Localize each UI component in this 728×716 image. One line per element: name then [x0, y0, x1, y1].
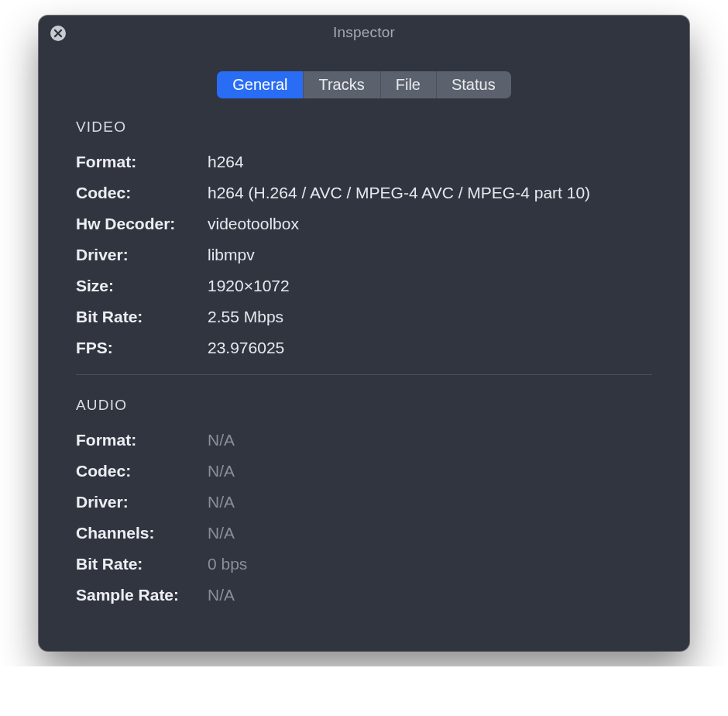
video-format-value: h264: [208, 153, 244, 171]
video-format-label: Format:: [76, 153, 208, 171]
audio-sample-rate-value: N/A: [208, 586, 235, 604]
audio-channels-label: Channels:: [76, 524, 208, 542]
tab-tracks[interactable]: Tracks: [303, 71, 379, 98]
tab-status[interactable]: Status: [436, 71, 511, 98]
video-codec-label: Codec:: [76, 184, 208, 202]
video-codec-row: Codec: h264 (H.264 / AVC / MPEG-4 AVC / …: [76, 184, 652, 202]
window-title: Inspector: [333, 24, 395, 41]
titlebar: Inspector: [39, 15, 689, 50]
segmented-control: General Tracks File Status: [217, 71, 510, 98]
audio-channels-value: N/A: [208, 524, 235, 542]
video-size-label: Size:: [76, 277, 208, 295]
video-fps-row: FPS: 23.976025: [76, 339, 652, 357]
audio-sample-rate-label: Sample Rate:: [76, 586, 208, 604]
close-icon: [50, 25, 67, 42]
audio-sample-rate-row: Sample Rate: N/A: [76, 586, 652, 604]
audio-codec-value: N/A: [208, 462, 235, 480]
section-divider: [76, 374, 652, 375]
audio-format-row: Format: N/A: [76, 431, 652, 449]
video-driver-row: Driver: libmpv: [76, 246, 652, 264]
video-hw-decoder-label: Hw Decoder:: [76, 215, 208, 233]
tab-file[interactable]: File: [380, 71, 436, 98]
audio-codec-label: Codec:: [76, 462, 208, 480]
audio-driver-label: Driver:: [76, 493, 208, 511]
video-codec-value: h264 (H.264 / AVC / MPEG-4 AVC / MPEG-4 …: [208, 184, 590, 202]
video-bit-rate-value: 2.55 Mbps: [208, 308, 283, 326]
tab-general[interactable]: General: [217, 71, 303, 98]
video-bit-rate-label: Bit Rate:: [76, 308, 208, 326]
video-driver-label: Driver:: [76, 246, 208, 264]
audio-format-label: Format:: [76, 431, 208, 449]
audio-format-value: N/A: [208, 431, 235, 449]
audio-bit-rate-value: 0 bps: [208, 555, 247, 573]
inspector-window: Inspector General Tracks File Status VID…: [39, 15, 689, 651]
audio-bit-rate-label: Bit Rate:: [76, 555, 208, 573]
audio-driver-row: Driver: N/A: [76, 493, 652, 511]
video-hw-decoder-row: Hw Decoder: videotoolbox: [76, 215, 652, 233]
video-fps-value: 23.976025: [208, 339, 284, 357]
video-bit-rate-row: Bit Rate: 2.55 Mbps: [76, 308, 652, 326]
audio-driver-value: N/A: [208, 493, 235, 511]
video-fps-label: FPS:: [76, 339, 208, 357]
audio-section-heading: AUDIO: [76, 397, 652, 414]
tab-bar: General Tracks File Status: [39, 71, 689, 98]
video-driver-value: libmpv: [208, 246, 255, 264]
video-size-value: 1920×1072: [208, 277, 290, 295]
audio-codec-row: Codec: N/A: [76, 462, 652, 480]
video-section-heading: VIDEO: [76, 119, 652, 136]
audio-bit-rate-row: Bit Rate: 0 bps: [76, 555, 652, 573]
video-size-row: Size: 1920×1072: [76, 277, 652, 295]
close-button[interactable]: [50, 25, 67, 42]
content-area: VIDEO Format: h264 Codec: h264 (H.264 / …: [39, 119, 689, 651]
audio-channels-row: Channels: N/A: [76, 524, 652, 542]
video-format-row: Format: h264: [76, 153, 652, 171]
video-hw-decoder-value: videotoolbox: [208, 215, 299, 233]
